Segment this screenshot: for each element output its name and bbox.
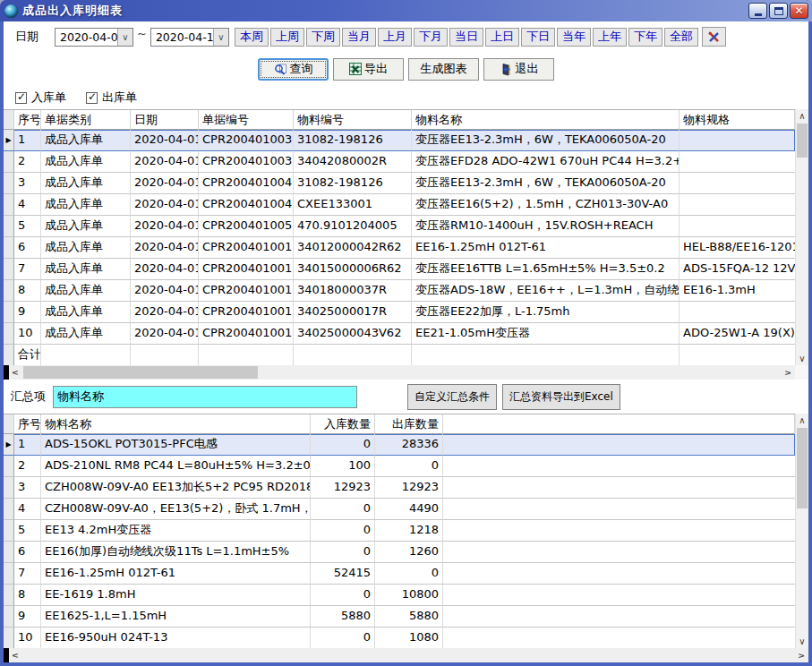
client-area: 日期 2020-04-01 ∨ ~ 2020-04-12 ∨ 本周上周下周当月上… — [4, 21, 808, 662]
grid-cell — [4, 110, 14, 130]
chevron-down-icon[interactable]: ∨ — [117, 29, 132, 46]
grid-cell — [41, 345, 131, 365]
grid-cell — [412, 345, 680, 365]
table-row[interactable]: 4CZH008W-09V-A0，EE13(5+2)，卧式 1.7mH，RD201… — [4, 499, 795, 520]
grid-cell: EE21-1.05mH变压器 — [412, 323, 680, 345]
custom-summary-condition-button[interactable]: 自定义汇总条件 — [407, 384, 497, 410]
table-row[interactable]: 5成品入库单2020-04-01CPR200401005470.91012040… — [4, 216, 795, 237]
table-row[interactable]: ▶1成品入库单2020-04-01CPR20040100331082-19812… — [4, 130, 795, 151]
scroll-left-icon[interactable]: ∨ — [9, 365, 23, 380]
detail-horizontal-scrollbar[interactable]: ∨ ∨ — [4, 365, 808, 380]
detail-grid: 序号单据类别日期单据编号物料编号物料名称物料规格▶1成品入库单2020-04-0… — [4, 109, 795, 365]
table-row[interactable]: 8成品入库单2020-04-01CPR20040100134018000037R… — [4, 280, 795, 302]
checkbox-outbound-orders[interactable]: ✓ 出库单 — [86, 90, 137, 106]
summary-vertical-scrollbar[interactable]: ∧ ∨ — [795, 414, 808, 648]
maximize-button[interactable] — [769, 3, 788, 19]
grid-cell: 成品入库单 — [41, 323, 131, 345]
scroll-down-icon[interactable]: ∨ — [796, 635, 808, 648]
scroll-up-icon[interactable]: ∧ — [796, 109, 808, 123]
quick-range-button[interactable]: 本周 — [235, 28, 269, 47]
quick-range-button[interactable]: 下日 — [521, 28, 555, 47]
table-row[interactable]: 5EE13 4.2mH变压器01218 — [4, 520, 795, 542]
quick-range-button[interactable]: 当年 — [557, 28, 591, 47]
quick-range-button[interactable]: 上周 — [270, 28, 304, 47]
table-row[interactable]: 10EE16-950uH 024T-1301080 — [4, 628, 795, 648]
row-selector — [4, 456, 14, 477]
scroll-left-icon[interactable]: ∨ — [9, 648, 23, 662]
query-button[interactable]: 查询 — [258, 58, 329, 81]
grid-cell: 变压器EFD28 ADO-42W1 670uH PC44 H=3.2+0.4/-… — [412, 151, 680, 173]
scroll-track[interactable] — [796, 123, 808, 352]
table-row[interactable]: 7成品入库单2020-04-01CPR20040100134015000006R… — [4, 259, 795, 280]
scroll-thumb[interactable] — [797, 124, 808, 158]
minimize-button[interactable] — [748, 3, 767, 19]
checkbox-checked-icon[interactable]: ✓ — [86, 92, 98, 104]
summary-export-excel-button[interactable]: 汇总资料导出到Excel — [502, 384, 620, 410]
grid-cell: HEL-B88/EE16-12012 — [680, 237, 795, 259]
scroll-down-icon[interactable]: ∨ — [796, 352, 808, 365]
scroll-right-icon[interactable]: ∨ — [794, 648, 808, 662]
column-header: 单据编号 — [199, 110, 294, 130]
table-row[interactable]: 6EE16(加厚)自动绕线次级11Ts L=1.1mH±5%01260 — [4, 542, 795, 563]
grid-cell: ADS-15FQA-12 12V/1 — [680, 259, 795, 280]
grid-cell: 52415 — [311, 563, 375, 585]
date-from-combo[interactable]: 2020-04-01 ∨ — [55, 28, 133, 47]
quick-range-button[interactable]: 下周 — [306, 28, 340, 47]
exit-button[interactable]: 退出 — [483, 58, 554, 81]
row-selector — [4, 151, 14, 173]
table-row[interactable]: 9EE1625-1,L=1.15mH58805880 — [4, 606, 795, 628]
quick-range-button[interactable]: 上日 — [485, 28, 519, 47]
quick-range-button[interactable]: 全部 — [664, 28, 698, 47]
table-row[interactable]: 2ADS-210NL RM8 PC44 L=80uH±5% H=3.2±0.2m… — [4, 456, 795, 477]
chevron-down-icon[interactable]: ∨ — [213, 29, 228, 46]
grid-cell: CPR200401001 — [199, 323, 294, 345]
table-row[interactable]: 6成品入库单2020-04-01CPR20040100134012000042R… — [4, 237, 795, 259]
table-row[interactable]: 10成品入库单2020-04-01CPR20040100134025000043… — [4, 323, 795, 345]
table-row[interactable]: 2成品入库单2020-04-01CPR20040100334042080002R… — [4, 151, 795, 173]
scroll-track[interactable] — [23, 365, 781, 380]
quick-range-button[interactable]: 当日 — [449, 28, 483, 47]
scroll-thumb[interactable] — [797, 428, 808, 508]
grid-cell: 7 — [14, 563, 41, 585]
table-row[interactable]: 3CZH008W-09V-A0 EE13加长5+2 PC95 RD2018020… — [4, 477, 795, 499]
generate-chart-button[interactable]: 生成图表 — [408, 58, 479, 81]
date-tools-button[interactable] — [702, 27, 726, 47]
scroll-track[interactable] — [23, 648, 794, 662]
date-range-separator: ~ — [137, 27, 147, 40]
column-header: 单据类别 — [41, 110, 131, 130]
exit-door-icon — [500, 63, 513, 76]
grid-cell: CPR200401001 — [199, 259, 294, 280]
grid-cell — [680, 302, 795, 323]
quick-range-button[interactable]: 下月 — [414, 28, 448, 47]
detail-vertical-scrollbar[interactable]: ∧ ∨ — [795, 109, 808, 365]
grid-cell: CXEE133001 — [294, 194, 412, 216]
table-row[interactable]: 9成品入库单2020-04-01CPR20040100134025000017R… — [4, 302, 795, 323]
table-row[interactable]: 3成品入库单2020-04-01CPR20040100431082-198126… — [4, 173, 795, 194]
scroll-thumb[interactable] — [23, 366, 258, 379]
scroll-up-icon[interactable]: ∧ — [796, 414, 808, 427]
close-button[interactable]: ✕ — [790, 3, 808, 19]
checkbox-inbound-orders[interactable]: ✓ 入库单 — [15, 90, 66, 106]
quick-range-button[interactable]: 下年 — [628, 28, 662, 47]
summary-field-input[interactable] — [53, 386, 357, 408]
table-row[interactable]: 7EE16-1.25mH 012T-61524150 — [4, 563, 795, 585]
quick-range-button[interactable]: 当月 — [342, 28, 376, 47]
grid-cell: 3 — [14, 173, 41, 194]
column-header: 物料名称 — [412, 110, 680, 130]
table-row[interactable]: 4成品入库单2020-04-01CPR200401004CXEE133001变压… — [4, 194, 795, 216]
scroll-track[interactable] — [796, 427, 808, 635]
grid-cell: EE16-1.3mH — [680, 280, 795, 302]
summary-horizontal-scrollbar[interactable]: ∨ ∨ — [4, 648, 808, 662]
date-to-combo[interactable]: 2020-04-12 ∨ — [150, 28, 229, 47]
export-button[interactable]: 导出 — [333, 58, 404, 81]
table-row[interactable]: 8EE-1619 1.8mH010800 — [4, 585, 795, 606]
grid-cell: 0 — [311, 520, 375, 542]
quick-range-button[interactable]: 上年 — [593, 28, 627, 47]
excel-icon — [349, 63, 362, 75]
scroll-right-icon[interactable]: ∨ — [781, 365, 795, 380]
quick-range-button[interactable]: 上月 — [378, 28, 412, 47]
grid-cell: 2020-04-01 — [131, 302, 199, 323]
grid-cell: 31082-198126 — [294, 173, 412, 194]
table-row[interactable]: ▶1ADS-15OKL POT3015-PFC电感028336 — [4, 434, 795, 456]
checkbox-checked-icon[interactable]: ✓ — [15, 92, 27, 104]
